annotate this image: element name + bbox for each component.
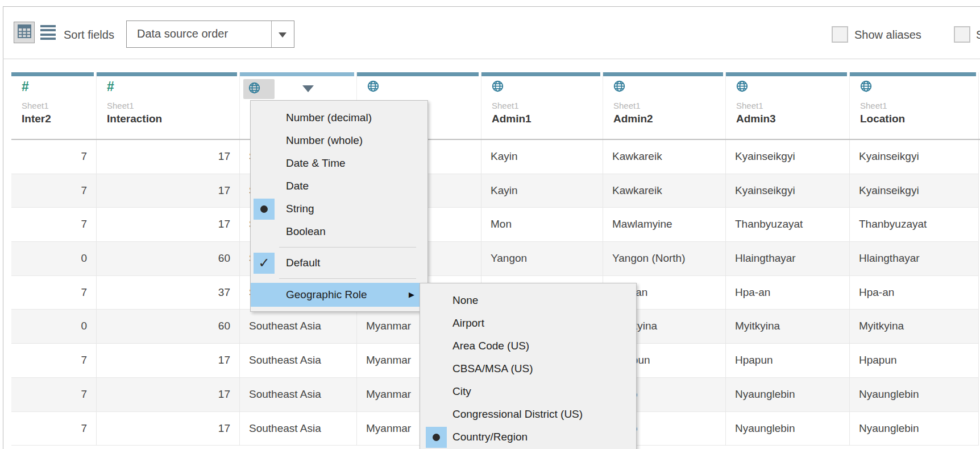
show-aliases-checkbox[interactable] (832, 26, 848, 43)
menu-item-label: Default (286, 257, 320, 269)
column-name: Location (860, 113, 978, 125)
table-cell[interactable]: 7 (11, 276, 97, 310)
menu-item-string[interactable]: String (251, 197, 427, 220)
grid-view-button[interactable] (14, 22, 35, 43)
table-cell[interactable]: 7 (11, 344, 97, 378)
table-cell[interactable]: Kyainseikgyi (726, 140, 850, 174)
column-name: Admin2 (613, 113, 725, 125)
table-cell[interactable]: 7 (11, 174, 97, 208)
submenu-item-cbsa-msa[interactable]: CBSA/MSA (US) (420, 357, 636, 380)
menu-item-date[interactable]: Date (251, 175, 427, 197)
submenu-item-city[interactable]: City (420, 380, 636, 403)
menu-item-number-whole[interactable]: Number (whole) (251, 129, 427, 152)
table-cell[interactable]: Hpapun (726, 344, 850, 378)
menu-item-geographic-role[interactable]: Geographic Role ▶ (251, 283, 427, 307)
table-cell[interactable]: 17 (97, 412, 240, 446)
table-cell[interactable]: Hpa-an (850, 276, 979, 310)
table-cell[interactable]: Thanbyuzayat (850, 208, 979, 242)
column-sheet-label: Sheet1 (107, 101, 239, 111)
table-cell[interactable]: Nyaunglebin (726, 378, 850, 412)
column-name: Admin3 (736, 113, 849, 125)
column-accent-bar (97, 72, 237, 76)
table-cell[interactable]: 7 (11, 140, 97, 174)
table-cell[interactable]: Southeast Asia (240, 310, 357, 344)
column-header-admin2[interactable]: Sheet1 Admin2 (603, 72, 726, 139)
table-cell[interactable]: 17 (97, 174, 240, 208)
table-cell[interactable]: 0 (11, 310, 97, 344)
column-header-admin1[interactable]: Sheet1 Admin1 (481, 72, 603, 139)
table-cell[interactable]: Kyainseikgyi (850, 140, 979, 174)
data-type-menu: Number (decimal) Number (whole) Date & T… (250, 100, 428, 312)
column-sheet-label: Sheet1 (492, 101, 603, 111)
table-cell[interactable]: 60 (97, 242, 240, 276)
table-cell[interactable]: 17 (97, 344, 240, 378)
table-cell[interactable]: Thanbyuzayat (726, 208, 850, 242)
table-cell[interactable]: Hpa-an (726, 276, 850, 310)
menu-item-date-time[interactable]: Date & Time (251, 152, 427, 175)
table-cell[interactable]: Hlaingthayar (850, 242, 979, 276)
column-name: Inter2 (22, 113, 96, 125)
submenu-item-country-region[interactable]: Country/Region (420, 426, 636, 448)
table-cell[interactable]: Yangon (North) (603, 242, 726, 276)
menu-item-number-decimal[interactable]: Number (decimal) (251, 106, 427, 129)
table-cell[interactable]: 60 (97, 310, 240, 344)
table-cell[interactable]: Myitkyina (850, 310, 979, 344)
table-cell[interactable]: 17 (97, 208, 240, 242)
table-cell[interactable]: Southeast Asia (240, 344, 357, 378)
submenu-item-none[interactable]: None (420, 289, 636, 312)
column-header-interaction[interactable]: # Sheet1 Interaction (97, 72, 240, 139)
field-menu-caret-icon[interactable] (302, 85, 314, 92)
table-row: 7 17 Southeast Asia Myanmar Mon Mawlamyi… (11, 208, 980, 242)
show-aliases-label: Show aliases (854, 28, 921, 42)
table-cell[interactable]: Nyaunglebin (850, 378, 979, 412)
submenu-item-label: Country/Region (452, 431, 528, 443)
table-cell[interactable]: 37 (97, 276, 240, 310)
table-cell[interactable]: Kawkareik (603, 174, 726, 208)
column-accent-bar (240, 72, 354, 76)
column-header-inter2[interactable]: # Sheet1 Inter2 (11, 72, 97, 139)
submenu-item-area-code[interactable]: Area Code (US) (420, 335, 636, 357)
number-icon: # (22, 80, 96, 94)
table-cell[interactable]: Kayin (481, 140, 603, 174)
column-header-row: # Sheet1 Inter2 # Sheet1 Interaction (11, 72, 980, 140)
table-cell[interactable]: Nyaunglebin (726, 412, 850, 446)
submenu-item-airport[interactable]: Airport (420, 312, 636, 335)
table-cell[interactable]: Nyaunglebin (850, 412, 979, 446)
table-cell[interactable]: 7 (11, 378, 97, 412)
show-hidden-fields-checkbox[interactable] (954, 26, 970, 43)
submenu-item-congressional-district[interactable]: Congressional District (US) (420, 403, 636, 426)
checked-box: ✓ (254, 253, 275, 274)
clipped-checkbox-label: S (976, 28, 980, 42)
table-cell[interactable]: Kyainseikgyi (726, 174, 850, 208)
table-cell[interactable]: 7 (11, 208, 97, 242)
column-header-location[interactable]: Sheet1 Location (850, 72, 979, 139)
column-sheet-label: Sheet1 (860, 101, 978, 111)
table-cell[interactable]: Hpapun (850, 344, 979, 378)
table-cell[interactable]: Hlaingthayar (726, 242, 850, 276)
sort-order-dropdown[interactable]: Data source order (126, 20, 294, 48)
menu-item-default[interactable]: ✓ Default (251, 252, 427, 274)
table-cell[interactable]: Kayin (481, 174, 603, 208)
column-accent-bar (357, 72, 479, 76)
menu-item-boolean[interactable]: Boolean (251, 220, 427, 243)
table-cell[interactable]: Kawkareik (603, 140, 726, 174)
table-cell[interactable]: Mawlamyine (603, 208, 726, 242)
table-cell[interactable]: Southeast Asia (240, 378, 357, 412)
table-cell[interactable]: 17 (97, 140, 240, 174)
column-sheet-label: Sheet1 (613, 101, 725, 111)
globe-icon (367, 80, 481, 94)
selected-field-icon-box[interactable] (243, 79, 275, 99)
table-cell[interactable]: Southeast Asia (240, 412, 357, 446)
list-view-button[interactable] (40, 25, 56, 40)
table-cell[interactable]: Yangon (481, 242, 603, 276)
table-cell[interactable]: Mon (481, 208, 603, 242)
column-header-admin3[interactable]: Sheet1 Admin3 (726, 72, 850, 139)
table-cell[interactable]: Myitkyina (726, 310, 850, 344)
table-cell[interactable]: Kyainseikgyi (850, 174, 979, 208)
table-row: 7 17 Southeast Asia Myanmar Kayin Kawkar… (11, 174, 980, 208)
selected-radio-box (426, 427, 447, 448)
table-cell[interactable]: 0 (11, 242, 97, 276)
column-accent-bar (481, 72, 600, 76)
table-cell[interactable]: 7 (11, 412, 97, 446)
table-cell[interactable]: 17 (97, 378, 240, 412)
